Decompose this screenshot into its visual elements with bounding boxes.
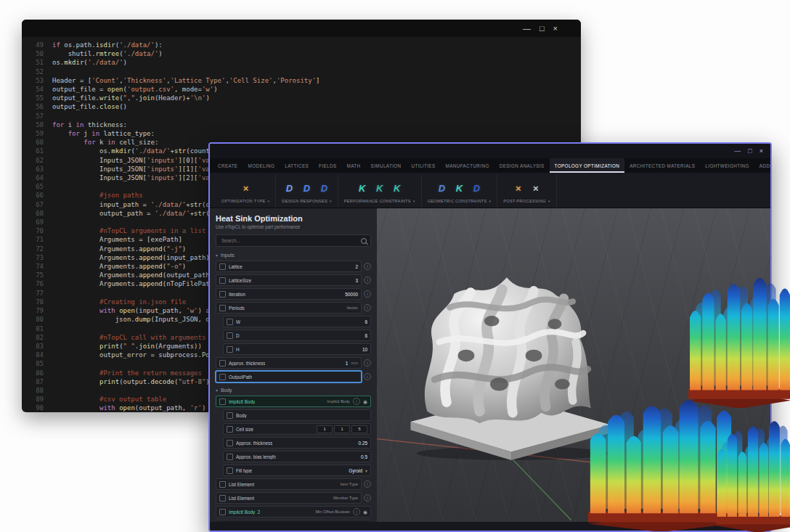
section-header-body[interactable]: ▾Body xyxy=(216,388,371,393)
maximize-icon[interactable]: □ xyxy=(539,24,545,33)
row-outputpath[interactable]: OutputPath xyxy=(216,371,362,382)
design-response-icon-1[interactable]: D xyxy=(282,181,297,195)
geometric-constraint-icon-3[interactable]: D xyxy=(469,181,484,195)
optimization-type-icon[interactable]: × xyxy=(238,181,253,195)
value-field[interactable]: 6 xyxy=(365,319,367,324)
geometric-constraint-icon-2[interactable]: K xyxy=(452,181,466,195)
value-box[interactable]: 1 xyxy=(317,425,333,433)
row-list-element[interactable]: List ElementMember Type xyxy=(216,492,362,504)
info-icon[interactable]: i xyxy=(364,290,371,298)
info-icon[interactable]: i xyxy=(364,359,371,367)
tab-fields[interactable]: FIELDS xyxy=(314,158,341,173)
post-processing-icon-2[interactable]: × xyxy=(529,181,543,195)
chevron-down-icon[interactable]: ▾ xyxy=(413,199,415,203)
row-approx-thickness[interactable]: Approx. thickness1mm xyxy=(216,357,362,369)
chevron-down-icon[interactable]: ▾ xyxy=(489,199,491,203)
value-field[interactable]: Gyroid xyxy=(349,468,362,473)
design-response-icon-2[interactable]: D xyxy=(300,181,314,195)
code-editor-titlebar[interactable]: — □ × xyxy=(22,20,581,37)
code-text: if os.path.isdir('./data/'): xyxy=(52,41,163,49)
close-icon[interactable]: × xyxy=(760,147,763,155)
section-header-inputs[interactable]: ▾Inputs xyxy=(216,253,371,258)
row-cell-size[interactable]: Cell size115 xyxy=(223,423,371,435)
value-box[interactable]: 5 xyxy=(351,425,367,433)
line-number: 71 xyxy=(28,235,44,244)
value-field[interactable]: 0.5 xyxy=(361,454,367,459)
row-implicit-body[interactable]: Implicit BodyImplicit Bodyi◉ xyxy=(216,396,371,407)
info-icon[interactable]: i xyxy=(364,494,371,502)
viewport-3d[interactable] xyxy=(377,208,770,522)
info-icon[interactable]: i xyxy=(364,304,371,311)
maximize-icon[interactable]: □ xyxy=(748,147,752,155)
tab-math[interactable]: MATH xyxy=(342,158,366,173)
geometric-constraint-icon-1[interactable]: D xyxy=(434,181,449,195)
value-field[interactable]: 2 xyxy=(355,264,358,269)
code-text: #json paths xyxy=(52,191,143,200)
tab-lattices[interactable]: LATTICES xyxy=(280,158,314,173)
row-h[interactable]: H10 xyxy=(223,343,371,355)
performance-constraint-icon-1[interactable]: K xyxy=(355,181,370,195)
tab-design-analysis[interactable]: DESIGN ANALYSIS xyxy=(494,158,550,173)
line-number: 89 xyxy=(28,395,44,404)
performance-constraint-icon-2[interactable]: K xyxy=(372,181,387,195)
value-field[interactable]: 10 xyxy=(362,347,367,352)
code-text: #Creating in.json file xyxy=(52,298,186,306)
row-w[interactable]: W6 xyxy=(223,316,371,327)
row-label: Approx. thickness xyxy=(236,441,272,446)
row-approx-bias-length[interactable]: Approx. bias length0.5 xyxy=(223,451,371,462)
line-number: 60 xyxy=(28,138,44,147)
tab-simulation[interactable]: SIMULATION xyxy=(366,158,407,173)
minimize-icon[interactable]: — xyxy=(734,147,741,155)
row-d[interactable]: D6 xyxy=(223,330,371,341)
info-icon[interactable]: i xyxy=(364,373,371,380)
row-fill-type[interactable]: Fill typeGyroid▾ xyxy=(223,465,371,476)
info-icon[interactable]: i xyxy=(364,480,371,488)
tab-topology-optimization[interactable]: TOPOLOGY OPTIMIZATION xyxy=(550,158,625,173)
chevron-down-icon[interactable]: ▾ xyxy=(268,199,270,203)
tab-additive-manufacturing[interactable]: ADDITIVE MANUFACTURING xyxy=(754,158,770,173)
row-periods[interactable]: PeriodsVector xyxy=(216,302,362,314)
info-icon[interactable]: i xyxy=(353,398,360,405)
ntop-titlebar[interactable]: — □ × xyxy=(210,144,770,158)
code-text xyxy=(52,182,56,191)
value-field[interactable]: 3 xyxy=(355,278,358,283)
row-implicit-body-2[interactable]: Implicit Body_2Min Offset Booleani◉ xyxy=(216,506,371,517)
chevron-down-icon[interactable]: ▾ xyxy=(548,199,550,203)
tab-create[interactable]: CREATE xyxy=(213,158,243,173)
eye-icon[interactable]: ◉ xyxy=(363,510,367,515)
code-text: Arguments = [exePath] xyxy=(52,235,182,244)
ribbon-group-label: OPTIMIZATION TYPE xyxy=(221,199,266,203)
info-icon[interactable]: i xyxy=(364,263,371,270)
post-processing-icon-1[interactable]: × xyxy=(511,181,526,195)
value-field[interactable]: 1 xyxy=(346,361,349,366)
line-number: 56 xyxy=(28,102,44,111)
search-box[interactable] xyxy=(216,234,371,247)
row-approx-thickness[interactable]: Approx. thickness0.25 xyxy=(223,437,371,449)
design-response-icon-3[interactable]: D xyxy=(317,181,332,195)
row-lattice[interactable]: Lattice2 xyxy=(216,261,362,272)
performance-constraint-icon-3[interactable]: K xyxy=(390,181,404,195)
row-body[interactable]: Body xyxy=(223,409,371,421)
chevron-down-icon[interactable]: ▾ xyxy=(330,199,332,203)
chevron-down-icon[interactable]: ▾ xyxy=(365,468,367,473)
info-icon[interactable]: i xyxy=(353,508,360,515)
tab-modeling[interactable]: MODELING xyxy=(243,158,280,173)
tab-lightweighting[interactable]: LIGHTWEIGHTING xyxy=(700,158,754,173)
tab-architected-materials[interactable]: ARCHITECTED MATERIALS xyxy=(624,158,700,173)
search-input[interactable] xyxy=(220,237,358,244)
close-icon[interactable]: × xyxy=(553,24,558,33)
value-field[interactable]: 50000 xyxy=(345,292,358,297)
info-icon[interactable]: i xyxy=(364,277,371,284)
tab-utilities[interactable]: UTILITIES xyxy=(407,158,441,173)
row-list-element[interactable]: List ElementItem Type xyxy=(216,478,362,490)
gyroid-heatsink-render[interactable] xyxy=(402,252,619,462)
row-iteration[interactable]: Iteration50000 xyxy=(216,288,362,300)
value-field[interactable]: 6 xyxy=(365,333,367,338)
eye-icon[interactable]: ◉ xyxy=(363,399,367,404)
value-field[interactable]: 0.25 xyxy=(359,441,367,446)
code-line: 57 xyxy=(28,112,581,120)
tab-manufacturing[interactable]: MANUFACTURING xyxy=(441,158,494,173)
minimize-icon[interactable]: — xyxy=(523,24,531,33)
row-latticesize[interactable]: LatticeSize3 xyxy=(216,274,362,286)
value-box[interactable]: 1 xyxy=(334,425,350,433)
